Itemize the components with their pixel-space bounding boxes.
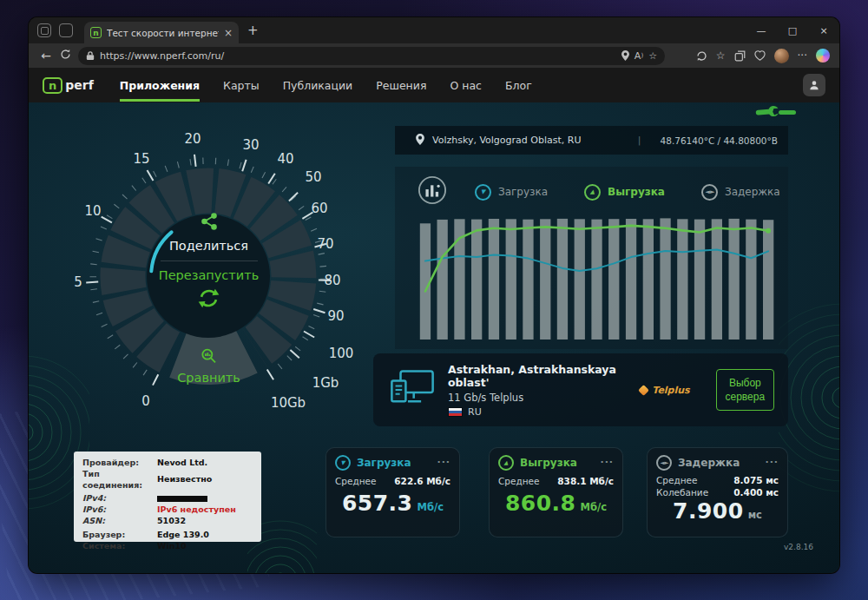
close-button[interactable]: ×	[808, 17, 839, 43]
legend-upload[interactable]: ▲ Выгрузка	[584, 184, 665, 201]
copilot-icon[interactable]	[816, 49, 830, 63]
server-icon	[389, 368, 436, 412]
tab-close-icon[interactable]: ×	[224, 27, 233, 39]
browser-value: Edge 139.0	[157, 530, 209, 541]
upload-icon: ▲	[584, 184, 601, 201]
url-text[interactable]: https://www.nperf.com/ru/	[100, 50, 616, 62]
restart-button[interactable]: Перезапустить	[159, 268, 259, 282]
gauge-scale-label: 90	[327, 308, 344, 324]
server-info: Astrakhan, Astrakhanskaya oblast' 11 Gb/…	[448, 363, 628, 418]
back-button[interactable]: ←	[36, 49, 56, 63]
location-separator: |	[638, 135, 641, 146]
server-panel: Astrakhan, Astrakhanskaya oblast' 11 Gb/…	[373, 353, 788, 426]
reload-button[interactable]	[56, 49, 75, 63]
download-icon: ▼	[475, 184, 491, 201]
tab-actions-icon[interactable]	[37, 23, 51, 37]
browser-essentials-icon[interactable]	[754, 50, 766, 61]
nperf-logo-mark: n	[43, 77, 62, 94]
minimize-button[interactable]: —	[746, 17, 777, 43]
connection-info-panel: Провайдер:Nevod Ltd. Тип соединения:Неиз…	[74, 452, 261, 542]
desktop-wallpaper: n Тест скорости интернета: тести… × + — …	[0, 0, 868, 600]
chart-type-icon[interactable]	[418, 175, 447, 208]
restart-icon[interactable]	[197, 287, 220, 313]
nperf-logo-text: perf	[65, 78, 94, 92]
choose-server-button[interactable]: Выбор сервера	[716, 369, 774, 411]
os-value: Win10	[157, 541, 187, 552]
ru-flag	[448, 407, 463, 417]
nav-item-about[interactable]: О нас	[450, 76, 482, 96]
share-button[interactable]: Поделиться	[169, 239, 248, 253]
workspaces-icon[interactable]	[59, 23, 73, 37]
compare-icon	[199, 346, 220, 369]
location-bar: Volzhsky, Volgograd Oblast, RU | 48.7614…	[395, 126, 788, 155]
speedtest-app: Volzhsky, Volgograd Oblast, RU | 48.7614…	[29, 102, 839, 573]
chart-panel: ▼ Загрузка ▲ Выгрузка ◄► Задержка	[395, 167, 788, 349]
gauge-scale-label: 10Gb	[271, 395, 306, 411]
legend-download[interactable]: ▼ Загрузка	[475, 184, 548, 201]
nperf-favicon: n	[90, 27, 102, 38]
pin-icon	[416, 134, 424, 148]
gauge-center: Поделиться Перезапустить	[144, 212, 274, 313]
settings-wrench-icon[interactable]	[753, 102, 799, 132]
settings-menu-icon[interactable]: ···	[798, 49, 807, 62]
browser-window: n Тест скорости интернета: тести… × + — …	[29, 17, 839, 573]
upload-value: 860.8	[505, 491, 576, 516]
card-menu-icon[interactable]: ...	[600, 454, 614, 465]
gauge-scale-label: 10	[84, 203, 101, 219]
share-icon[interactable]	[200, 212, 219, 234]
geolocation-icon[interactable]	[621, 50, 629, 61]
divider	[161, 260, 258, 261]
asn-value: 51032	[157, 516, 186, 527]
gauge-scale-label: 20	[184, 131, 201, 147]
card-menu-icon[interactable]: ...	[437, 454, 450, 465]
server-city: Astrakhan, Astrakhanskaya oblast'	[448, 363, 628, 389]
operator-logo: Telplus	[640, 385, 689, 396]
gauge-scale-label: 15	[133, 151, 149, 167]
nav-item-solutions[interactable]: Решения	[376, 76, 426, 96]
browser-tab[interactable]: n Тест скорости интернета: тести… ×	[84, 22, 239, 43]
new-tab-button[interactable]: +	[247, 23, 259, 38]
lock-icon	[86, 48, 95, 64]
profile-avatar[interactable]	[774, 49, 789, 63]
nav-item-apps[interactable]: Приложения	[120, 76, 200, 96]
nperf-logo[interactable]: n perf	[43, 77, 94, 94]
main-nav: Приложения Карты Публикации Решения О на…	[120, 76, 532, 96]
speed-chart	[417, 206, 777, 343]
chart-legend: ▼ Загрузка ▲ Выгрузка ◄► Задержка	[475, 184, 780, 201]
ipv6-status: IPv6 недоступен	[157, 504, 236, 516]
gauge-scale-label: 40	[277, 151, 293, 167]
add-favorite-icon[interactable]: ☆	[648, 50, 657, 62]
collections-icon[interactable]	[734, 50, 746, 62]
compare-button[interactable]: Сравнить	[177, 346, 240, 385]
download-result-card: ▼ Загрузка ... Среднее622.6 Мб/с 657.3 М…	[326, 447, 460, 537]
chart-header: ▼ Загрузка ▲ Выгрузка ◄► Задержка	[395, 167, 788, 208]
download-value: 657.3	[342, 491, 413, 516]
latency-icon: ◄►	[656, 455, 672, 471]
tab-title: Тест скорости интернета: тести…	[107, 28, 219, 38]
operator-logo-icon	[638, 385, 649, 396]
legend-latency[interactable]: ◄► Задержка	[701, 184, 780, 201]
read-aloud-icon[interactable]: A)	[635, 50, 643, 62]
download-icon: ▼	[335, 455, 351, 471]
maximize-button[interactable]: □	[777, 17, 808, 43]
toolbar-icons: ☆ ···	[696, 49, 832, 63]
account-icon[interactable]	[803, 74, 825, 96]
address-bar[interactable]: https://www.nperf.com/ru/ A) ☆	[78, 47, 665, 65]
favorites-icon[interactable]: ☆	[716, 49, 726, 62]
connection-type-value: Неизвестно	[157, 474, 212, 485]
speed-gauge: 0 5 10 15 20 30 40 50 60 70 80 90 100 1G…	[55, 120, 363, 428]
browser-toolbar: ← https://www.nperf.com/ru/ A) ☆ ☆	[29, 43, 839, 68]
gauge-scale-label: 100	[329, 346, 354, 361]
location-text: Volzhsky, Volgograd Oblast, RU	[432, 135, 581, 146]
nav-item-blog[interactable]: Блог	[505, 76, 532, 96]
gauge-scale-label: 0	[141, 393, 150, 409]
gauge-scale-label: 30	[242, 137, 259, 153]
gauge-scale-label: 50	[305, 169, 321, 185]
version-label: v2.8.16	[784, 543, 813, 551]
site-header: n perf Приложения Карты Публикации Решен…	[29, 68, 839, 102]
nav-item-maps[interactable]: Карты	[223, 76, 260, 96]
card-menu-icon[interactable]: ...	[765, 454, 779, 465]
history-sync-icon[interactable]	[696, 50, 707, 62]
window-controls: — □ ×	[746, 17, 839, 43]
nav-item-publications[interactable]: Публикации	[283, 76, 353, 96]
